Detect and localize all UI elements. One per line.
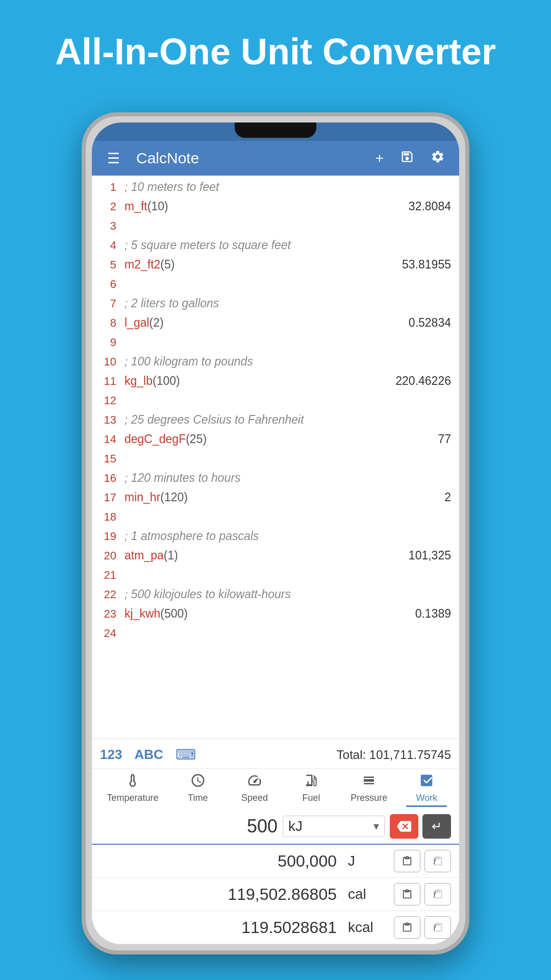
line-content[interactable]: ; 500 kilojoules to kilowatt-hours — [122, 585, 367, 604]
result-unit-2: kcal — [348, 919, 389, 936]
editor-line: 5m2_ft2(5)53.81955 — [92, 255, 459, 275]
line-content[interactable]: ; 10 meters to feet — [122, 178, 367, 197]
temperature-icon — [125, 773, 140, 792]
line-content[interactable]: ; 5 square meters to square feet — [122, 236, 367, 255]
tab-bar-section: 123 ABC ⌨ Total: 101,711.75745 — [92, 739, 459, 768]
temperature-label: Temperature — [107, 793, 159, 803]
line-content[interactable]: kg_lb(100) — [122, 372, 367, 390]
line-content[interactable]: atm_pa(1) — [122, 547, 367, 565]
func-name: degC_degF — [124, 432, 186, 446]
category-item-work[interactable]: Work — [406, 771, 447, 807]
category-item-fuel[interactable]: Fuel — [291, 771, 332, 807]
toolbar-actions: + — [372, 146, 448, 170]
category-item-temperature[interactable]: Temperature — [104, 771, 162, 807]
line-content[interactable]: kj_kwh(500) — [122, 605, 367, 623]
save-icon[interactable] — [397, 146, 417, 170]
menu-icon[interactable]: ☰ — [103, 146, 124, 171]
comment: ; 500 kilojoules to kilowatt-hours — [124, 587, 291, 601]
speed-icon — [247, 773, 262, 792]
line-content[interactable]: ; 2 liters to gallons — [122, 295, 367, 313]
converter-section: 500 kJ ▾ ↵ 500,000Jf119,502.86805calf119… — [92, 809, 459, 944]
line-number: 13 — [92, 410, 122, 429]
time-label: Time — [188, 793, 208, 803]
func-name: l_gal — [124, 316, 149, 329]
editor-area[interactable]: 1; 10 meters to feet2m_ft(10)32.808434; … — [92, 176, 459, 739]
converter-input-value[interactable]: 500 — [100, 816, 278, 837]
editor-line: 20atm_pa(1)101,325 — [92, 546, 459, 566]
result-value-1: 119,502.86805 — [100, 885, 337, 904]
result-copy-btns-1: f — [394, 883, 451, 905]
editor-line: 23kj_kwh(500)0.1389 — [92, 604, 459, 624]
line-number: 10 — [92, 352, 122, 371]
line-content[interactable]: ; 100 kilogram to pounds — [122, 353, 367, 371]
keyboard-icon[interactable]: ⌨ — [176, 746, 196, 763]
func-args: (25) — [186, 432, 207, 446]
category-item-speed[interactable]: Speed — [234, 771, 275, 807]
content-area: 1; 10 meters to feet2m_ft(10)32.808434; … — [92, 176, 459, 944]
func-args: (1) — [164, 549, 178, 562]
line-number: 21 — [92, 566, 122, 584]
editor-line: 4; 5 square meters to square feet — [92, 236, 459, 255]
delete-button[interactable] — [390, 814, 418, 839]
pressure-label: Pressure — [350, 793, 387, 803]
converter-result-row-0: 500,000Jf — [92, 845, 459, 878]
editor-line: 1; 10 meters to feet — [92, 178, 459, 197]
fuel-icon — [304, 773, 319, 792]
line-content[interactable]: min_hr(120) — [122, 488, 367, 507]
category-item-time[interactable]: Time — [178, 771, 218, 807]
line-number: 14 — [92, 430, 122, 448]
copy-number-btn-1[interactable] — [394, 883, 420, 905]
func-name: kg_lb — [124, 374, 153, 387]
func-args: (10) — [147, 200, 168, 213]
line-content[interactable]: m_ft(10) — [122, 198, 367, 216]
comment: ; 120 minutes to hours — [124, 471, 241, 484]
line-result: 2 — [367, 488, 459, 507]
editor-line: 14degC_degF(25)77 — [92, 430, 459, 449]
line-result: 0.52834 — [367, 314, 459, 332]
editor-line: 16; 120 minutes to hours — [92, 469, 459, 488]
unit-select-kj[interactable]: kJ ▾ — [283, 816, 385, 837]
line-number: 1 — [92, 178, 122, 196]
editor-line: 12 — [92, 391, 459, 410]
work-label: Work — [416, 793, 438, 803]
line-content[interactable]: ; 25 degrees Celsius to Fahrenheit — [122, 411, 367, 429]
line-number: 4 — [92, 236, 122, 254]
tab-abc[interactable]: ABC — [134, 747, 163, 763]
enter-button[interactable]: ↵ — [422, 814, 451, 839]
category-item-pressure[interactable]: Pressure — [347, 771, 390, 807]
func-args: (5) — [160, 258, 174, 271]
func-name: m2_ft2 — [124, 258, 160, 271]
result-copy-btns-2: f — [394, 916, 451, 939]
converter-result-row-2: 119.5028681kcalf — [92, 911, 459, 944]
editor-line: 13; 25 degrees Celsius to Fahrenheit — [92, 410, 459, 430]
func-name: min_hr — [124, 491, 160, 504]
func-args: (100) — [153, 374, 180, 387]
line-number: 6 — [92, 275, 122, 293]
line-number: 9 — [92, 333, 122, 351]
func-args: (120) — [160, 491, 188, 504]
editor-line: 17min_hr(120)2 — [92, 488, 459, 507]
editor-line: 6 — [92, 275, 459, 294]
line-content[interactable]: degC_degF(25) — [122, 430, 367, 449]
comment: ; 1 atmosphere to pascals — [124, 529, 259, 543]
category-row: TemperatureTimeSpeedFuelPressureWork — [92, 768, 459, 809]
line-content[interactable]: ; 120 minutes to hours — [122, 469, 367, 487]
copy-func-btn-0[interactable]: f — [424, 850, 451, 872]
line-number: 18 — [92, 507, 122, 526]
line-content[interactable]: m2_ft2(5) — [122, 256, 367, 274]
editor-line: 21 — [92, 566, 459, 585]
copy-func-btn-2[interactable]: f — [424, 916, 451, 939]
add-icon[interactable]: + — [372, 147, 387, 169]
copy-number-btn-2[interactable] — [394, 916, 420, 939]
app-title: All-In-One Unit Converter — [0, 0, 551, 93]
settings-icon[interactable] — [428, 146, 448, 170]
result-copy-btns-0: f — [394, 850, 451, 872]
line-content[interactable]: l_gal(2) — [122, 314, 367, 332]
editor-line: 18 — [92, 507, 459, 527]
copy-func-btn-1[interactable]: f — [424, 883, 451, 905]
line-content[interactable]: ; 1 atmosphere to pascals — [122, 527, 367, 546]
comment: ; 100 kilogram to pounds — [124, 355, 253, 368]
line-result: 0.1389 — [367, 605, 459, 623]
tab-123[interactable]: 123 — [100, 747, 122, 763]
copy-number-btn-0[interactable] — [394, 850, 420, 872]
